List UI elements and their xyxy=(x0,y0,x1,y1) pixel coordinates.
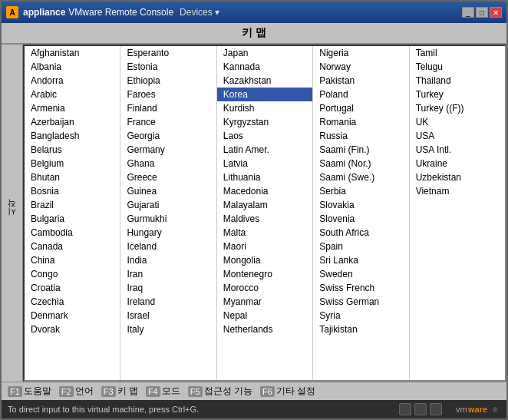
list-item[interactable]: Belarus xyxy=(25,143,120,157)
list-item[interactable]: UK xyxy=(410,115,505,129)
list-item[interactable]: Slovenia xyxy=(313,212,408,226)
list-item[interactable]: Lithuania xyxy=(217,170,312,184)
list-item[interactable]: Croatia xyxy=(25,281,120,295)
list-item[interactable]: Guinea xyxy=(120,184,216,198)
list-item[interactable]: Nepal xyxy=(217,309,312,322)
list-item[interactable]: Kurdish xyxy=(217,101,312,115)
list-item[interactable]: Belgium xyxy=(25,157,120,170)
list-item[interactable]: Arabic xyxy=(25,88,120,101)
list-item[interactable]: Slovakia xyxy=(313,198,408,212)
list-item[interactable]: Bosnia xyxy=(25,184,120,198)
list-item[interactable]: Gujarati xyxy=(120,198,216,212)
list-item[interactable]: Russia xyxy=(313,129,408,143)
list-item[interactable]: South Africa xyxy=(313,226,408,240)
list-item[interactable]: Macedonia xyxy=(217,184,312,198)
list-item[interactable]: Gurmukhi xyxy=(120,212,216,226)
list-item[interactable]: Italy xyxy=(120,322,216,336)
list-item[interactable]: Israel xyxy=(120,309,216,322)
list-item[interactable]: Dvorak xyxy=(25,322,120,336)
list-item[interactable]: Korea xyxy=(217,88,312,101)
statusbar-item[interactable]: F3 키 맵 xyxy=(98,385,141,398)
list-item[interactable]: Ireland xyxy=(120,295,216,309)
list-item[interactable]: Japan xyxy=(217,46,312,60)
list-item[interactable]: Hungary xyxy=(120,226,216,240)
list-item[interactable]: Finland xyxy=(120,101,216,115)
list-item[interactable]: Thailand xyxy=(410,74,505,88)
statusbar-item[interactable]: F6 기타 설정 xyxy=(257,385,318,398)
list-item[interactable]: Vietnam xyxy=(410,184,505,198)
list-item[interactable]: Portugal xyxy=(313,101,408,115)
statusbar-item[interactable]: F2 언어 xyxy=(56,385,97,398)
list-item[interactable]: Tajikistan xyxy=(313,322,408,336)
list-item[interactable]: Latvia xyxy=(217,157,312,170)
list-item[interactable]: China xyxy=(25,253,120,267)
list-item[interactable]: Mongolia xyxy=(217,253,312,267)
list-item[interactable]: Denmark xyxy=(25,309,120,322)
list-item[interactable]: Montenegro xyxy=(217,267,312,281)
list-item[interactable]: Iraq xyxy=(120,281,216,295)
list-item[interactable]: Myanmar xyxy=(217,295,312,309)
list-item[interactable]: Azerbaijan xyxy=(25,115,120,129)
list-item[interactable]: USA xyxy=(410,129,505,143)
list-item[interactable]: Nigeria xyxy=(313,46,408,60)
list-item[interactable]: Spain xyxy=(313,240,408,253)
list-item[interactable]: Sweden xyxy=(313,267,408,281)
list-item[interactable]: Poland xyxy=(313,88,408,101)
list-item[interactable]: Turkey ((F)) xyxy=(410,101,505,115)
list-item[interactable]: Netherlands xyxy=(217,322,312,336)
close-button[interactable]: ✕ xyxy=(490,7,502,18)
list-item[interactable]: Ghana xyxy=(120,157,216,170)
list-item[interactable]: Cambodia xyxy=(25,226,120,240)
list-item[interactable]: Bangladesh xyxy=(25,129,120,143)
list-item[interactable]: Afghanistan xyxy=(25,46,120,60)
list-item[interactable]: Saami (Swe.) xyxy=(313,170,408,184)
list-item[interactable]: India xyxy=(120,253,216,267)
list-item[interactable]: Romania xyxy=(313,115,408,129)
list-item[interactable]: Tamil xyxy=(410,46,505,60)
list-item[interactable]: Armenia xyxy=(25,101,120,115)
list-item[interactable]: Congo xyxy=(25,267,120,281)
list-item[interactable]: Saami (Fin.) xyxy=(313,143,408,157)
statusbar-item[interactable]: F1 도움말 xyxy=(5,385,54,398)
list-item[interactable]: Malta xyxy=(217,226,312,240)
list-item[interactable]: Saami (Nor.) xyxy=(313,157,408,170)
list-item[interactable]: Laos xyxy=(217,129,312,143)
statusbar-item[interactable]: F4 모드 xyxy=(143,385,183,398)
list-item[interactable]: Turkey xyxy=(410,88,505,101)
list-item[interactable]: Ethiopia xyxy=(120,74,216,88)
list-item[interactable]: Georgia xyxy=(120,129,216,143)
list-item[interactable]: Greece xyxy=(120,170,216,184)
list-item[interactable]: Bulgaria xyxy=(25,212,120,226)
titlebar-menu-devices[interactable]: Devices ▾ xyxy=(176,5,223,19)
list-item[interactable]: Esperanto xyxy=(120,46,216,60)
list-item[interactable]: Faroes xyxy=(120,88,216,101)
list-item[interactable]: Norway xyxy=(313,60,408,74)
list-item[interactable]: Kazakhstan xyxy=(217,74,312,88)
list-item[interactable]: Bhutan xyxy=(25,170,120,184)
list-item[interactable]: Albania xyxy=(25,60,120,74)
list-item[interactable]: Swiss French xyxy=(313,281,408,295)
list-item[interactable]: Morocco xyxy=(217,281,312,295)
list-item[interactable]: Kyrgyzstan xyxy=(217,115,312,129)
list-item[interactable]: Canada xyxy=(25,240,120,253)
list-item[interactable]: France xyxy=(120,115,216,129)
list-item[interactable]: Brazil xyxy=(25,198,120,212)
list-item[interactable]: Kannada xyxy=(217,60,312,74)
list-item[interactable]: Estonia xyxy=(120,60,216,74)
list-item[interactable]: Maldives xyxy=(217,212,312,226)
list-item[interactable]: Telugu xyxy=(410,60,505,74)
list-item[interactable]: Pakistan xyxy=(313,74,408,88)
list-item[interactable]: Iceland xyxy=(120,240,216,253)
list-item[interactable]: Swiss German xyxy=(313,295,408,309)
list-item[interactable]: Latin Amer. xyxy=(217,143,312,157)
list-item[interactable]: Czechia xyxy=(25,295,120,309)
list-item[interactable]: Malayalam xyxy=(217,198,312,212)
maximize-button[interactable]: □ xyxy=(476,7,488,18)
list-item[interactable]: USA Intl. xyxy=(410,143,505,157)
list-item[interactable]: Germany xyxy=(120,143,216,157)
statusbar-item[interactable]: F5 접근성 기능 xyxy=(185,385,256,398)
list-item[interactable]: Maori xyxy=(217,240,312,253)
list-item[interactable]: Syria xyxy=(313,309,408,322)
list-item[interactable]: Uzbekistan xyxy=(410,170,505,184)
list-item[interactable]: Andorra xyxy=(25,74,120,88)
